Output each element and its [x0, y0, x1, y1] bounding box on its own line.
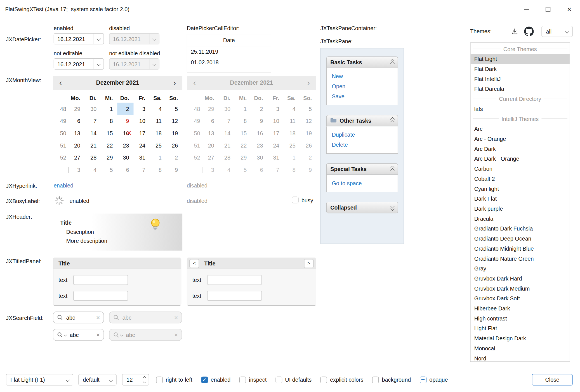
- calendar-day[interactable]: 30: [85, 103, 101, 115]
- calendar-day[interactable]: 1: [101, 103, 117, 115]
- window-close-button[interactable]: ×: [558, 0, 580, 18]
- search-field-enabled[interactable]: abc ×: [53, 312, 104, 323]
- search-field-with-menu[interactable]: abc ×: [53, 329, 104, 341]
- text-field[interactable]: [207, 291, 262, 301]
- calendar-day[interactable]: 17: [133, 127, 150, 139]
- checkbox-ui-defaults[interactable]: UI defaults: [275, 376, 312, 383]
- datepicker-dropdown-button[interactable]: [94, 34, 104, 44]
- task-link[interactable]: Go to space: [332, 180, 392, 187]
- taskpane-titlebar[interactable]: Other Tasks: [326, 115, 398, 126]
- calendar-day[interactable]: 7: [85, 115, 101, 127]
- theme-list[interactable]: Core ThemesFlat LightFlat DarkFlat Intel…: [470, 42, 570, 362]
- close-button[interactable]: Close: [532, 374, 572, 386]
- calendar-day[interactable]: 19: [166, 127, 182, 139]
- calendar-day[interactable]: 27: [69, 151, 85, 164]
- theme-item[interactable]: Gruvbox Dark Soft: [470, 293, 569, 303]
- calendar-day[interactable]: 5: [101, 164, 117, 176]
- calendar-day[interactable]: 7: [133, 164, 150, 176]
- task-link[interactable]: Open: [332, 83, 392, 90]
- panel-prev-button[interactable]: <: [189, 259, 199, 268]
- checkbox-background[interactable]: background: [372, 376, 411, 383]
- checkbox-opaque[interactable]: opaque: [420, 376, 448, 383]
- calendar-day[interactable]: 12: [166, 115, 182, 127]
- calendar-day[interactable]: 3: [69, 164, 85, 176]
- date-column-header[interactable]: Date: [187, 34, 271, 46]
- calendar-day[interactable]: 15: [101, 127, 117, 139]
- text-field[interactable]: [73, 275, 128, 285]
- calendar-day[interactable]: 4: [85, 164, 101, 176]
- taskpane-titlebar[interactable]: Basic Tasks: [326, 56, 398, 68]
- hyperlink-enabled[interactable]: enabled: [54, 182, 74, 188]
- calendar-day[interactable]: 9: [166, 164, 182, 176]
- theme-item[interactable]: lafs: [470, 104, 569, 114]
- calendar-day[interactable]: 21: [85, 139, 101, 152]
- theme-item[interactable]: Gradianto Nature Green: [470, 253, 569, 263]
- checkbox-explicit-colors[interactable]: explicit colors: [320, 376, 363, 383]
- minimize-button[interactable]: [516, 0, 537, 18]
- font-size-spinner[interactable]: 12: [122, 374, 149, 386]
- calendar-day[interactable]: 29: [69, 103, 85, 115]
- text-field[interactable]: [73, 291, 128, 301]
- task-link[interactable]: New: [332, 73, 392, 80]
- checkbox-box[interactable]: [372, 376, 379, 383]
- theme-item[interactable]: Gradianto Dark Fuchsia: [470, 224, 569, 234]
- calendar-day[interactable]: 24: [133, 139, 150, 152]
- maximize-button[interactable]: [537, 0, 559, 18]
- calendar-day[interactable]: 25: [150, 139, 166, 152]
- theme-item[interactable]: Gruvbox Dark Medium: [470, 284, 569, 294]
- calendar-day[interactable]: 29: [101, 151, 117, 164]
- calendar-day[interactable]: 5: [166, 103, 182, 115]
- calendar-day[interactable]: 8: [101, 115, 117, 127]
- expand-icon[interactable]: [391, 205, 394, 210]
- theme-item[interactable]: Dark purple: [470, 204, 569, 214]
- github-icon[interactable]: [524, 26, 534, 37]
- theme-item[interactable]: Monocai: [470, 343, 569, 353]
- calendar-day[interactable]: 26: [166, 139, 182, 152]
- theme-item[interactable]: Flat Light: [470, 54, 569, 64]
- calendar-day[interactable]: 13: [69, 127, 85, 139]
- theme-item[interactable]: Flat IntelliJ: [470, 74, 569, 84]
- datepicker-not-editable[interactable]: 16.12.2021: [54, 58, 104, 70]
- calendar-day[interactable]: 8: [150, 164, 166, 176]
- theme-item[interactable]: Gradianto Midnight Blue: [470, 244, 569, 254]
- calendar-day[interactable]: 11: [150, 115, 166, 127]
- taskpane-titlebar[interactable]: Collapsed: [326, 202, 398, 213]
- datepicker-enabled[interactable]: 16.12.2021: [54, 33, 104, 44]
- collapse-icon[interactable]: [391, 60, 394, 65]
- theme-item[interactable]: Arc: [470, 124, 569, 134]
- checkbox-box[interactable]: [275, 376, 282, 383]
- titlebar[interactable]: FlatSwingXTest (Java 17; system scale fa…: [0, 0, 580, 18]
- theme-item[interactable]: High contrast: [470, 313, 569, 324]
- table-row[interactable]: 01.02.2018: [187, 57, 271, 68]
- theme-item[interactable]: Hiberbee Dark: [470, 303, 569, 313]
- theme-item[interactable]: Light Flat: [470, 323, 569, 333]
- calendar-day[interactable]: 16: [117, 127, 133, 139]
- datepicker-value[interactable]: 16.12.2021: [54, 36, 94, 42]
- calendar-day[interactable]: 23: [117, 139, 133, 152]
- calendar-day[interactable]: 6: [117, 164, 133, 176]
- checkbox-busy[interactable]: busy: [292, 197, 313, 203]
- calendar-day[interactable]: 1: [150, 151, 166, 164]
- checkbox-enabled[interactable]: ✓enabled: [201, 376, 230, 383]
- theme-item[interactable]: Arc - Orange: [470, 134, 569, 144]
- checkbox-inspect[interactable]: inspect: [239, 376, 267, 383]
- theme-item[interactable]: Material Design Dark: [470, 333, 569, 343]
- panel-next-button[interactable]: >: [304, 259, 313, 268]
- theme-item[interactable]: Nord: [470, 353, 569, 362]
- checkbox-box[interactable]: [320, 376, 327, 383]
- calendar-day[interactable]: 14: [85, 127, 101, 139]
- checkbox-box[interactable]: [156, 376, 163, 383]
- theme-item[interactable]: Dark Flat: [470, 194, 569, 204]
- calendar-day[interactable]: 28: [85, 151, 101, 164]
- calendar-day[interactable]: 20: [69, 139, 85, 152]
- datepicker-dropdown-button[interactable]: [94, 59, 104, 69]
- theme-item[interactable]: Flat Darcula: [470, 84, 569, 94]
- theme-item[interactable]: Gradianto Deep Ocean: [470, 234, 569, 244]
- task-link[interactable]: Duplicate: [332, 132, 392, 138]
- theme-item[interactable]: Cobalt 2: [470, 174, 569, 184]
- calendar-day[interactable]: 31: [133, 151, 150, 164]
- task-link[interactable]: Delete: [332, 142, 392, 148]
- download-icon[interactable]: [510, 27, 519, 36]
- calendar-day[interactable]: 9: [117, 115, 133, 127]
- checkbox-box[interactable]: [420, 376, 426, 383]
